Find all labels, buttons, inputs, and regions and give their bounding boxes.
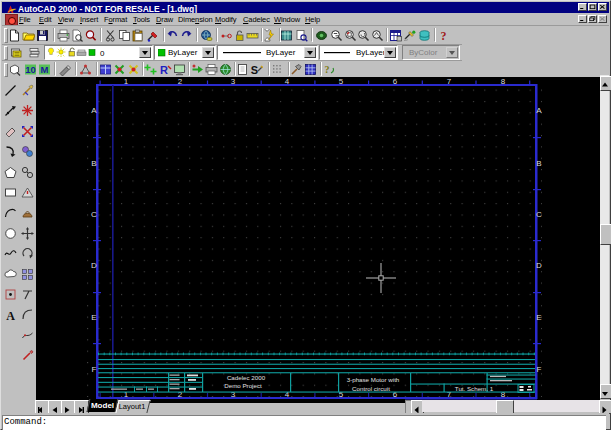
svg-text:E: E	[91, 313, 96, 322]
svg-text:F: F	[537, 365, 542, 374]
svg-text:Demo Project: Demo Project	[224, 382, 262, 389]
svg-text:8: 8	[501, 390, 506, 399]
svg-text:A: A	[6, 309, 15, 322]
svg-text:2: 2	[178, 390, 183, 399]
svg-text:10: 10	[25, 64, 36, 75]
svg-text:6: 6	[393, 77, 398, 86]
svg-text:3: 3	[231, 390, 236, 399]
svg-text:E: E	[536, 313, 541, 322]
svg-text:S: S	[251, 64, 258, 76]
svg-text:1: 1	[124, 390, 129, 399]
svg-text:6: 6	[393, 390, 398, 399]
svg-text:5: 5	[339, 77, 344, 86]
svg-text:B: B	[91, 159, 96, 168]
svg-text:?: ?	[441, 29, 447, 42]
svg-text:B: B	[536, 159, 541, 168]
svg-text:A: A	[536, 106, 542, 115]
svg-text:Tut. Schem. 1: Tut. Schem. 1	[455, 385, 494, 392]
svg-text:4: 4	[285, 77, 290, 86]
svg-text:8: 8	[501, 77, 506, 86]
svg-text:Cadelec 2000: Cadelec 2000	[227, 374, 266, 381]
svg-text:?: ?	[325, 64, 330, 75]
svg-text:F: F	[92, 365, 97, 374]
svg-text:0: 0	[100, 49, 105, 58]
svg-text:D: D	[536, 261, 542, 270]
svg-text:4: 4	[285, 390, 290, 399]
svg-text:3-phase Motor with: 3-phase Motor with	[347, 376, 400, 383]
svg-text:D: D	[91, 261, 97, 270]
svg-text:7: 7	[447, 390, 452, 399]
svg-text:C: C	[91, 210, 97, 219]
svg-text:R: R	[160, 64, 168, 76]
svg-text:7: 7	[447, 77, 452, 86]
svg-text:Control circuit: Control circuit	[352, 385, 390, 392]
svg-text:5: 5	[339, 390, 344, 399]
svg-text:3: 3	[231, 77, 236, 86]
svg-text:1: 1	[124, 77, 129, 86]
svg-text:C: C	[536, 210, 542, 219]
svg-text:M: M	[41, 64, 49, 75]
svg-text:2: 2	[178, 77, 183, 86]
svg-text:A: A	[91, 106, 97, 115]
